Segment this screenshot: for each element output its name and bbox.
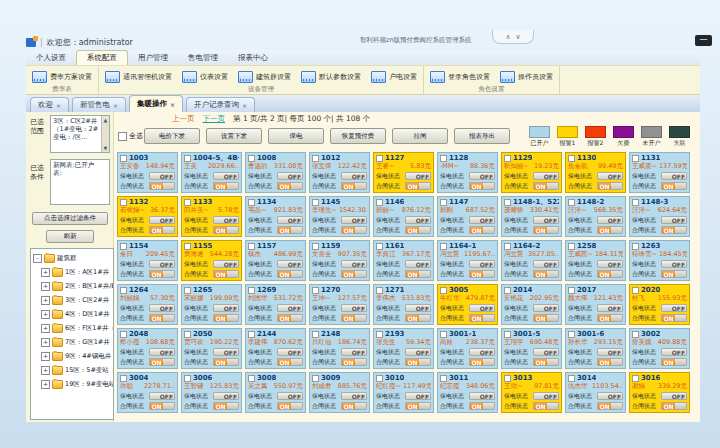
card-checkbox[interactable] (120, 155, 127, 162)
meter-card[interactable]: 3006王智键125.83元保电状态OFF合闸状态ON (181, 372, 242, 413)
collapse-up-icon[interactable]: ∧ (505, 33, 510, 41)
switch-toggle[interactable]: ON (277, 358, 303, 366)
action-button-2[interactable]: 设置下发 (206, 128, 262, 144)
card-checkbox[interactable] (184, 243, 191, 250)
protect-toggle[interactable]: OFF (661, 392, 687, 400)
meter-card[interactable]: 2017魏大伟121.43元保电状态OFF合闸状态ON (565, 284, 626, 325)
meter-card[interactable]: 1271李伟杰533.83元保电状态OFF合闸状态ON (373, 284, 434, 325)
switch-toggle[interactable]: ON (533, 182, 559, 190)
protect-toggle[interactable]: OFF (405, 392, 431, 400)
expand-icon[interactable]: + (41, 310, 50, 319)
meter-card[interactable]: 2050贾巧欢190.22元保电状态OFF合闸状态ON (181, 328, 242, 369)
switch-toggle[interactable]: ON (341, 182, 367, 190)
meter-card[interactable]: 1147郭刚687.52元保电状态OFF合闸状态ON (437, 196, 498, 237)
meter-card[interactable]: 3016谢娟339.29元保电状态OFF合闸状态ON (629, 372, 690, 413)
protect-toggle[interactable]: OFF (213, 348, 239, 356)
card-checkbox[interactable] (120, 331, 127, 338)
switch-toggle[interactable]: ON (213, 270, 239, 278)
card-checkbox[interactable] (248, 375, 255, 382)
protect-toggle[interactable]: OFF (469, 348, 495, 356)
menu-item-1[interactable]: 个人设置 (26, 51, 76, 65)
protect-toggle[interactable]: OFF (405, 216, 431, 224)
card-checkbox[interactable] (632, 375, 639, 382)
protect-toggle[interactable]: OFF (149, 304, 175, 312)
tree-node-7[interactable]: +9区：4#锅电井（4#锅... (41, 349, 113, 363)
protect-toggle[interactable]: OFF (149, 216, 175, 224)
switch-toggle[interactable]: ON (597, 226, 623, 234)
card-checkbox[interactable] (376, 375, 383, 382)
switch-toggle[interactable]: ON (149, 402, 175, 410)
switch-toggle[interactable]: ON (341, 314, 367, 322)
protect-toggle[interactable]: OFF (661, 260, 687, 268)
card-checkbox[interactable] (504, 375, 511, 382)
switch-toggle[interactable]: ON (149, 314, 175, 322)
tree-node-1[interactable]: +1区：A区1#井 (41, 265, 113, 279)
meter-card[interactable]: 1159文喜全907.35元保电状态OFF合闸状态ON (309, 240, 370, 281)
expand-icon[interactable]: + (41, 366, 50, 375)
card-checkbox[interactable] (632, 199, 639, 206)
protect-toggle[interactable]: OFF (533, 304, 559, 312)
switch-toggle[interactable]: ON (533, 270, 559, 278)
card-checkbox[interactable] (312, 243, 319, 250)
tree-node-9[interactable]: +19区：9#变电站（2#... (41, 377, 113, 391)
meter-card[interactable]: 1161李典江367.17元保电状态OFF合闸状态ON (373, 240, 434, 281)
expand-icon[interactable]: + (41, 352, 50, 361)
tab-2[interactable]: 新管售电× (72, 97, 126, 112)
card-checkbox[interactable] (504, 331, 511, 338)
card-checkbox[interactable] (632, 243, 639, 250)
meter-card[interactable]: 3010纪红霞~117.49元保电状态OFF合闸状态ON (373, 372, 434, 413)
tab-3[interactable]: 集暖操作× (129, 95, 183, 112)
card-checkbox[interactable] (120, 287, 127, 294)
scroll-up-icon[interactable]: ▲ (104, 116, 108, 124)
protect-toggle[interactable]: OFF (277, 392, 303, 400)
meter-card[interactable]: 1265宋丽娜199.09元保电状态OFF合闸状态ON (181, 284, 242, 325)
expand-icon[interactable]: + (41, 268, 50, 277)
protect-toggle[interactable]: OFF (213, 216, 239, 224)
menu-item-5[interactable]: 报表中心 (228, 51, 278, 65)
protect-toggle[interactable]: OFF (469, 260, 495, 268)
card-checkbox[interactable] (440, 287, 447, 294)
card-checkbox[interactable] (376, 243, 383, 250)
switch-toggle[interactable]: ON (213, 314, 239, 322)
select-all-checkbox[interactable] (118, 132, 127, 141)
protect-toggle[interactable]: OFF (213, 304, 239, 312)
switch-toggle[interactable]: ON (341, 226, 367, 234)
meter-card[interactable]: 2148吕红仙186.74元保电状态OFF合闸状态ON (309, 328, 370, 369)
switch-toggle[interactable]: ON (405, 402, 431, 410)
tab-close-icon[interactable]: × (242, 102, 247, 109)
protect-toggle[interactable]: OFF (469, 392, 495, 400)
protect-toggle[interactable]: OFF (597, 172, 623, 180)
card-checkbox[interactable] (312, 287, 319, 294)
meter-card[interactable]: 2048郑小霞108.68元保电状态OFF合闸状态ON (117, 328, 178, 369)
switch-toggle[interactable]: ON (533, 226, 559, 234)
protect-toggle[interactable]: OFF (469, 216, 495, 224)
tree-node-5[interactable]: +6区：F区1#井（F区1#... (41, 321, 113, 335)
protect-toggle[interactable]: OFF (597, 304, 623, 312)
expand-icon[interactable]: + (41, 338, 50, 347)
card-checkbox[interactable] (568, 155, 575, 162)
meter-card[interactable]: 1157钱杰486.99元保电状态OFF合闸状态ON (245, 240, 306, 281)
card-checkbox[interactable] (632, 287, 639, 294)
protect-toggle[interactable]: OFF (341, 172, 367, 180)
selected-cond-box[interactable]: 新网表:已开户表: (50, 159, 110, 205)
protect-toggle[interactable]: OFF (277, 304, 303, 312)
switch-toggle[interactable]: ON (149, 226, 175, 234)
switch-toggle[interactable]: ON (661, 226, 687, 234)
protect-toggle[interactable]: OFF (405, 260, 431, 268)
meter-card[interactable]: 1145李瑾先~1542.30..保电状态OFF合闸状态ON (309, 196, 370, 237)
switch-toggle[interactable]: ON (405, 270, 431, 278)
switch-toggle[interactable]: ON (213, 402, 239, 410)
protect-toggle[interactable]: OFF (277, 172, 303, 180)
protect-toggle[interactable]: OFF (149, 172, 175, 180)
meter-card[interactable]: 1258王威茜~184.31元保电状态OFF合闸状态ON (565, 240, 626, 281)
tab-1[interactable]: 欢迎× (30, 97, 69, 112)
expand-icon[interactable]: + (41, 296, 50, 305)
switch-toggle[interactable]: ON (277, 314, 303, 322)
protect-toggle[interactable]: OFF (597, 260, 623, 268)
ribbon-button[interactable]: 操作员设置 (500, 71, 553, 83)
card-checkbox[interactable] (248, 287, 255, 294)
collapse-expander-icon[interactable]: - (33, 254, 42, 263)
meter-card[interactable]: 1270王坤~127.57元保电状态OFF合闸状态ON (309, 284, 370, 325)
switch-toggle[interactable]: ON (597, 358, 623, 366)
action-button-5[interactable]: 拉闸 (392, 128, 448, 144)
